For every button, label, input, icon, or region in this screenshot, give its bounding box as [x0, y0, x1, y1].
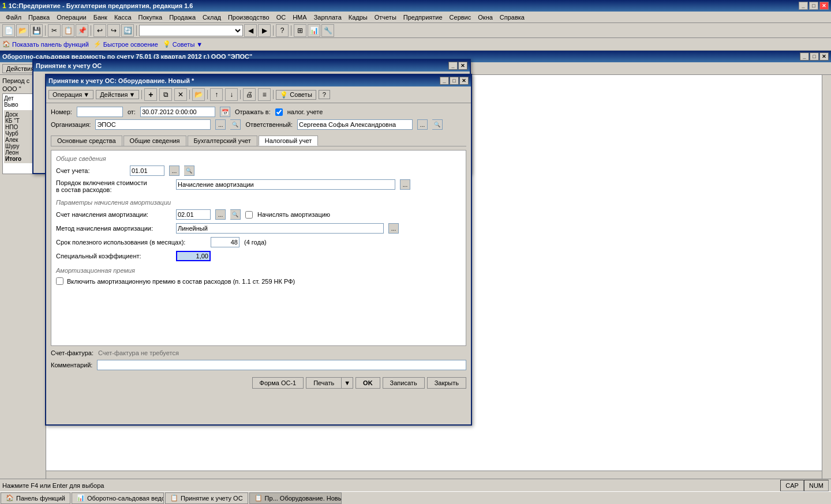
fast-learn-item[interactable]: ⚡ Быстрое освоение	[93, 40, 158, 48]
help-btn[interactable]: ?	[276, 24, 289, 37]
menu-os[interactable]: ОС	[273, 13, 290, 22]
menu-enterprise[interactable]: Предприятие	[400, 13, 446, 22]
operation-menu-btn[interactable]: Операция ▼	[48, 90, 93, 99]
inclusion-input[interactable]	[176, 179, 395, 190]
find-prev-btn[interactable]: ◀	[244, 24, 257, 37]
bg-min-btn[interactable]: _	[800, 52, 809, 61]
move-up-btn[interactable]: ↑	[210, 88, 223, 101]
account-search[interactable]: 🔍	[184, 166, 194, 176]
taskbar-label-2[interactable]: Оборотно-сальдовая ведом...	[87, 495, 164, 502]
ok-btn[interactable]: OK	[355, 377, 380, 389]
menu-sales[interactable]: Продажа	[166, 13, 199, 22]
account-ellipsis[interactable]: ...	[169, 166, 179, 176]
bg-close-btn[interactable]: ✕	[819, 52, 829, 61]
inclusion-ellipsis[interactable]: ...	[400, 179, 410, 190]
taskbar-acceptance-bg[interactable]: 📋 Принятие к учету ОС	[165, 492, 248, 504]
useful-life-input[interactable]	[211, 237, 239, 247]
number-input[interactable]	[77, 107, 123, 117]
open-obj-btn[interactable]: 📂	[192, 88, 205, 101]
menu-hr[interactable]: Кадры	[345, 13, 371, 22]
save-btn[interactable]: 💾	[30, 24, 43, 37]
redo-btn[interactable]: ↪	[107, 24, 120, 37]
dialog2-help-btn[interactable]: ?	[319, 90, 330, 99]
maximize-button[interactable]: □	[809, 2, 818, 10]
dialog1-min-btn[interactable]: _	[448, 62, 458, 70]
taskbar-label-4[interactable]: Пр... Оборудование. Новый *	[265, 495, 342, 502]
org-ellipsis-btn[interactable]: ...	[215, 119, 226, 130]
menu-reports[interactable]: Отчеты	[371, 13, 400, 22]
chart-btn[interactable]: 📊	[308, 24, 320, 37]
accrual-account-search[interactable]: 🔍	[230, 209, 241, 220]
sort-btn[interactable]: ≡	[258, 88, 271, 101]
tips-btn[interactable]: 💡 Советы	[276, 90, 316, 100]
menu-salary[interactable]: Зарплата	[310, 13, 345, 22]
responsible-input[interactable]	[297, 119, 413, 130]
menu-help[interactable]: Справка	[496, 13, 528, 22]
date-input[interactable]	[140, 107, 215, 117]
tab-general[interactable]: Общие сведения	[123, 136, 186, 146]
find-next-btn[interactable]: ▶	[258, 24, 271, 37]
minimize-button[interactable]: _	[799, 2, 808, 10]
method-input[interactable]	[176, 223, 384, 234]
menu-nma[interactable]: НМА	[289, 13, 310, 22]
write-btn[interactable]: Записать	[383, 377, 425, 389]
dialog2-max-btn[interactable]: □	[450, 77, 459, 85]
tax-checkbox[interactable]	[275, 108, 283, 116]
print-btn[interactable]: Печать	[306, 377, 342, 389]
form-os1-btn[interactable]: Форма ОС-1	[252, 377, 304, 389]
report-scrollbar-h[interactable]	[46, 471, 822, 479]
include-premium-checkbox[interactable]	[56, 277, 63, 285]
close-button[interactable]: ✕	[819, 2, 829, 10]
special-coeff-input[interactable]	[176, 251, 211, 261]
show-panel-label[interactable]: Показать панель функций	[12, 41, 89, 48]
menu-operations[interactable]: Операции	[53, 13, 89, 22]
paste-btn[interactable]: 📌	[76, 24, 88, 37]
print-doc-btn[interactable]: 🖨	[243, 88, 256, 101]
actions-menu-btn[interactable]: Действия ▼	[96, 90, 139, 99]
cut-btn[interactable]: ✂	[48, 24, 61, 37]
resp-ellipsis-btn[interactable]: ...	[417, 119, 428, 130]
tab-tax[interactable]: Налоговый учет	[259, 136, 319, 146]
taskbar-acceptance-main[interactable]: 📋 Пр... Оборудование. Новый *	[249, 492, 342, 504]
tab-accounting[interactable]: Бухгалтерский учет	[188, 136, 257, 146]
undo-btn[interactable]: ↩	[93, 24, 106, 37]
menu-file[interactable]: Файл	[2, 13, 25, 22]
account-input[interactable]	[130, 166, 164, 176]
menu-kassa[interactable]: Касса	[111, 13, 135, 22]
tools-btn[interactable]: 🔧	[321, 24, 334, 37]
resp-search-btn[interactable]: 🔍	[432, 119, 443, 130]
accrual-account-ellipsis[interactable]: ...	[215, 209, 226, 220]
menu-service[interactable]: Сервис	[446, 13, 475, 22]
taskbar-panel[interactable]: 🏠 Панель функций	[1, 492, 70, 504]
menu-edit[interactable]: Правка	[25, 13, 53, 22]
method-ellipsis[interactable]: ...	[388, 223, 399, 234]
dialog2-close-btn[interactable]: ✕	[459, 77, 469, 85]
menu-purchase[interactable]: Покупка	[135, 13, 166, 22]
dialog1-close-btn[interactable]: ✕	[458, 62, 467, 70]
taskbar-label-1[interactable]: Панель функций	[16, 495, 65, 502]
comment-input[interactable]	[97, 360, 466, 370]
copy-item-btn[interactable]: ⧉	[159, 88, 172, 101]
taskbar-label-3[interactable]: Принятие к учету ОС	[181, 495, 243, 502]
new-btn[interactable]: 📄	[2, 24, 15, 37]
tips-item[interactable]: 💡 Советы ▼	[163, 40, 203, 48]
menu-storage[interactable]: Склад	[199, 13, 224, 22]
accrual-account-input[interactable]	[176, 209, 211, 220]
tab-fixed-assets[interactable]: Основные средства	[51, 136, 122, 146]
dialog2-min-btn[interactable]: _	[440, 77, 449, 85]
menu-bank[interactable]: Банк	[90, 13, 111, 22]
delete-item-btn[interactable]: ✕	[174, 88, 187, 101]
org-search-btn[interactable]: 🔍	[230, 119, 241, 130]
copy-btn[interactable]: 📋	[62, 24, 74, 37]
open-btn[interactable]: 📂	[16, 24, 29, 37]
refresh-btn[interactable]: 🔄	[121, 24, 134, 37]
tips-label[interactable]: Советы	[173, 41, 194, 48]
report-scrollbar-v[interactable]	[822, 75, 831, 479]
menu-windows[interactable]: Окна	[474, 13, 496, 22]
accrue-checkbox[interactable]	[245, 211, 253, 219]
add-item-btn[interactable]: +	[144, 88, 157, 101]
fast-learn-label[interactable]: Быстрое освоение	[103, 41, 158, 48]
toolbar-combo[interactable]	[139, 25, 243, 36]
taskbar-report[interactable]: 📊 Оборотно-сальдовая ведом...	[72, 492, 164, 504]
show-panel-item[interactable]: 🏠 Показать панель функций	[2, 40, 89, 48]
